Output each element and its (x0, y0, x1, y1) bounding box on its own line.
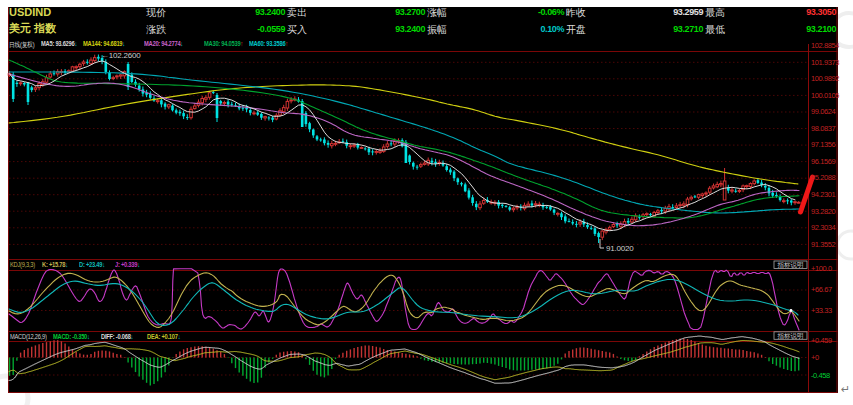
svg-text:94.2301: 94.2301 (811, 190, 836, 199)
svg-text:+0.459: +0.459 (811, 336, 832, 345)
svg-text:99.0624: 99.0624 (811, 107, 836, 116)
svg-text:97.1356: 97.1356 (811, 140, 836, 149)
svg-text:95.2088: 95.2088 (811, 173, 836, 182)
svg-text:102.8854: 102.8854 (811, 41, 839, 50)
svg-text:100.9892: 100.9892 (811, 74, 839, 83)
svg-text:+0: +0 (811, 353, 819, 362)
svg-text:←102.2600: ←102.2600 (101, 51, 141, 60)
svg-text:91.0020: 91.0020 (606, 244, 634, 253)
svg-text:指标说明: 指标说明 (777, 261, 804, 269)
svg-text:↵: ↵ (841, 383, 850, 395)
svg-text:+66.67: +66.67 (811, 285, 832, 294)
svg-text:96.1569: 96.1569 (811, 157, 836, 166)
svg-text:98.0837: 98.0837 (811, 124, 836, 133)
svg-text:92.3034: 92.3034 (811, 223, 836, 232)
svg-text:+100.0: +100.0 (811, 264, 832, 273)
svg-text:100.0105: 100.0105 (811, 91, 839, 100)
svg-text:-0.458: -0.458 (811, 371, 830, 380)
svg-text:101.9373: 101.9373 (811, 58, 839, 67)
svg-text:+33.33: +33.33 (811, 306, 832, 315)
svg-text:91.3552: 91.3552 (811, 240, 836, 249)
svg-text:指标说明: 指标说明 (777, 332, 804, 340)
svg-text:93.2820: 93.2820 (811, 207, 836, 216)
